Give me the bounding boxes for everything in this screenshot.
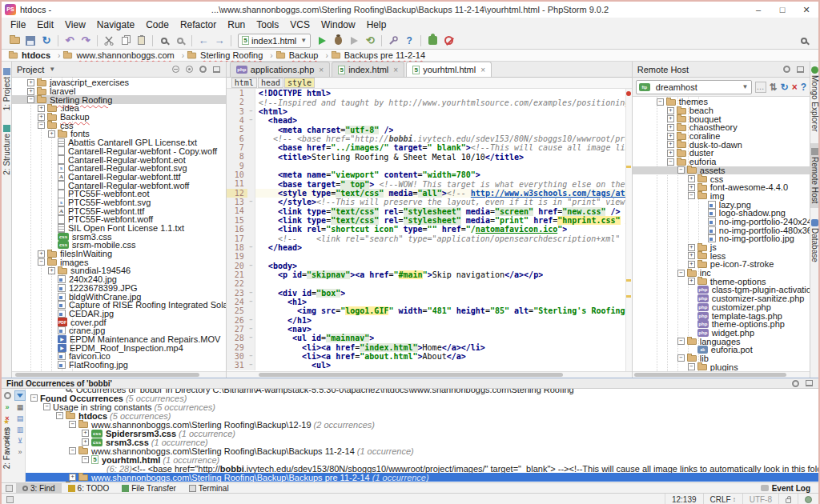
project-hscrollbar[interactable] [12,371,226,378]
line-number[interactable]: 8 [227,152,247,161]
error-marker-icon[interactable] [626,91,631,96]
collapse-toggle-icon[interactable]: − [677,338,685,345]
copy-icon[interactable] [117,34,133,48]
code-line-19[interactable]: 19 [227,252,632,261]
expand-toggle-icon[interactable]: + [688,244,695,251]
code-line-8[interactable]: 8 <title>Sterling Roofing & Sheet Metal … [227,152,632,161]
tree-row[interactable]: −css [12,121,226,130]
help-icon[interactable]: ? [401,34,417,48]
collapse-toggle-icon[interactable]: − [43,403,50,410]
project-panel-title[interactable]: Project [17,65,44,74]
find-result-row[interactable]: −www.shannonboggs.com\Sterling Roofing\B… [26,420,818,429]
sidebar-tab-project[interactable]: 1: Project [2,63,11,115]
fold-marker-icon[interactable]: − [247,352,255,361]
fold-marker-icon[interactable]: − [247,116,255,125]
close-tab-icon[interactable]: × [480,66,485,74]
menu-item-5[interactable]: Refactor [175,18,222,32]
highlighting-level-icon[interactable] [798,494,818,504]
toolwindow-tab-terminal[interactable]: Terminal [183,483,235,494]
tree-row[interactable]: +javascript_exercises [12,78,226,87]
find-result-row[interactable]: −5yourhtml.html (1 occurrence) [26,455,818,464]
server-select[interactable]: ftp dreamhost ▼ [636,80,752,94]
find-result-row[interactable]: −Found Occurrences (5 occurrences) [26,394,818,402]
tree-row[interactable]: no-img-portfolio.jpg [633,234,810,243]
code-line-15[interactable]: 15 <link type="text/css" rel="stylesheet… [227,216,632,225]
forward-icon[interactable]: → [211,34,227,48]
code-line-26[interactable]: 26− </h1> [227,316,632,325]
code-line-4[interactable]: 4− <head> [227,116,632,125]
sidebar-tab-database[interactable]: Database [810,214,818,267]
expand-toggle-icon[interactable]: + [688,261,695,268]
code-line-13[interactable]: 13− </style><!--This will preserve the l… [227,198,632,206]
expand-toggle-icon[interactable]: + [38,250,45,258]
debug-button[interactable] [330,34,346,48]
line-number[interactable]: 31 [227,361,247,370]
line-number[interactable]: 5 [227,125,247,134]
sidebar-tab-favorites[interactable]: ★ 2: Favorites [2,413,11,474]
code-line-3[interactable]: 3−<html> [227,107,632,116]
sidebar-tab-remote-host[interactable]: Remote Host [810,143,818,208]
find-result-row[interactable]: +www.shannonboggs.com\Sterling Roofing\B… [26,473,818,482]
line-number[interactable]: 22 [227,279,247,288]
expand-toggle-icon[interactable]: + [82,438,89,446]
expand-toggle-icon[interactable]: + [27,79,34,86]
settings-wrench-icon[interactable] [385,34,401,48]
scroll-to-source-icon[interactable] [185,65,194,74]
run-coverage-button[interactable] [346,34,362,48]
edit-settings-icon[interactable] [2,390,13,401]
fold-marker-icon[interactable]: − [247,262,255,270]
breadcrumb-item-2[interactable]: Sterling Roofing [187,50,263,60]
redo-icon[interactable]: ↷ [78,34,94,48]
help-icon[interactable]: ? [801,82,806,93]
line-number[interactable]: 15 [227,216,247,225]
collapse-toggle-icon[interactable]: − [677,354,685,362]
line-number[interactable]: 30 [227,352,247,361]
line-number[interactable]: 9 [227,162,247,170]
toolwindow-switcher-icon[interactable] [2,485,16,492]
line-number[interactable]: 25 [227,306,247,315]
line-number[interactable]: 19 [227,252,247,261]
inspections-off-icon[interactable] [440,34,456,48]
expand-toggle-icon[interactable]: + [82,430,89,437]
toolwindow-toggle-icon[interactable] [2,496,18,503]
line-number[interactable]: 6 [227,134,247,143]
autoscroll-icon[interactable]: ▥ [14,424,26,434]
find-result-row[interactable]: +csssrsm3.css (1 occurrence) [26,438,818,446]
line-number[interactable]: 13 [227,198,247,206]
menu-item-9[interactable]: Window [316,18,361,32]
expand-toggle-icon[interactable]: + [688,252,695,259]
fold-marker-icon[interactable]: − [247,334,255,342]
code-line-9[interactable]: 9 [227,162,632,170]
code-line-10[interactable]: 10 <meta name="viewport" content="width=… [227,170,632,179]
run-configuration-select[interactable]: 5 index1.html ▼ [238,34,311,48]
code-line-22[interactable]: 22 [227,279,632,288]
collapse-all-icon[interactable] [171,65,180,74]
expand-toggle-icon[interactable]: + [48,130,55,138]
toolwindow-tab-transfer[interactable]: File Transfer [115,483,183,494]
warning-marker-icon[interactable] [626,295,631,298]
gear-icon[interactable] [199,65,207,74]
line-number[interactable]: 18 [227,243,247,252]
tree-row[interactable]: −plugins [633,362,810,371]
hide-panel-icon[interactable] [805,379,814,388]
line-number[interactable]: 11 [227,179,247,188]
code-line-21[interactable]: 21 <p id="skipnav"><a href="#main">Skip … [227,270,632,279]
chevron-down-icon[interactable]: ▼ [49,66,55,73]
code-line-18[interactable]: 18− </head> [227,243,632,252]
plugin-icon[interactable] [424,34,440,48]
line-number[interactable]: 12 [227,189,247,198]
warning-marker-icon[interactable] [626,166,631,168]
tree-row[interactable]: Capture of RISE Roofing Integrated Solar… [12,301,226,310]
readonly-lock-icon[interactable] [778,494,798,504]
tree-row[interactable]: PDFcover.pdf [12,318,226,326]
line-number[interactable]: 28 [227,334,247,342]
code-line-23[interactable]: 23− <div id="box"> [227,289,632,298]
sidebar-tab-structure[interactable]: 2: Structure [2,120,11,180]
collapse-toggle-icon[interactable]: − [688,363,695,370]
expand-toggle-icon[interactable]: + [48,267,55,274]
code-line-12[interactable]: 12 <style type="text/css" media="all"><!… [227,189,632,198]
tree-row[interactable]: SIL Open Font License 1.1.txt [12,224,226,233]
code-line-25[interactable]: 25 <img src="logo1.GIF" width="481" heig… [227,306,632,315]
search-everywhere-icon[interactable] [796,34,812,48]
sidebar-tab-mongo[interactable]: Mongo Explorer [810,62,818,137]
